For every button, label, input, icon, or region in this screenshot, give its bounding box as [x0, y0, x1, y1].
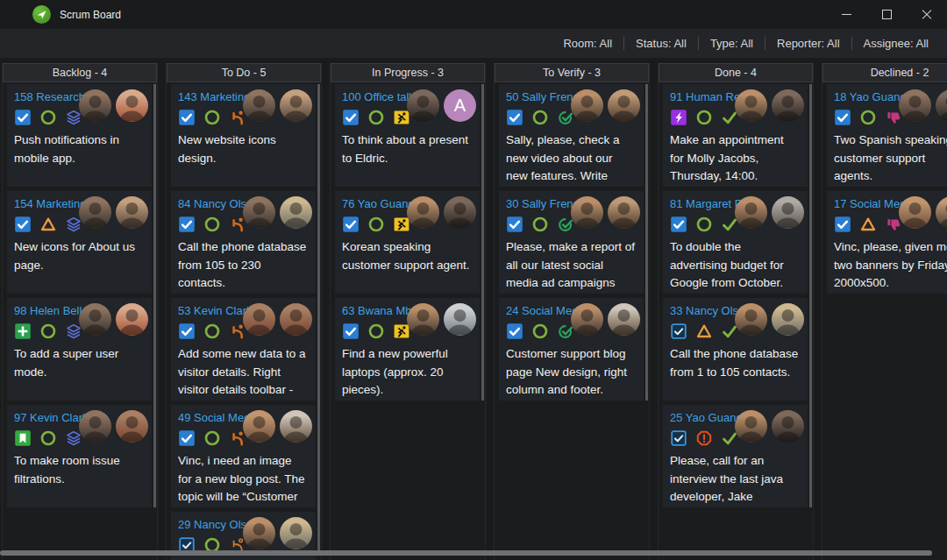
checkbox-icon — [342, 323, 360, 340]
task-card[interactable]: 154 Marketing …New icons for About us pa… — [7, 191, 152, 294]
photo-avatar — [243, 410, 275, 443]
task-card[interactable]: 76 Yao GuangKorean speaking customer sup… — [335, 191, 480, 294]
card-description: New icons for About us page. — [14, 238, 145, 274]
card-avatars — [243, 89, 312, 122]
column-backlog: Backlog - 4158 Research …Push notificati… — [2, 63, 158, 560]
circle-icon — [531, 109, 549, 126]
card-description: Push notifications in mobile app. — [14, 131, 145, 167]
column-todo: To Do - 5143 Marketing …New website icon… — [166, 63, 322, 560]
photo-avatar — [936, 89, 947, 122]
checkbox-icon — [342, 109, 360, 126]
column-scrollbar[interactable] — [645, 84, 648, 401]
task-card[interactable]: 98 Helen BellTo add a super user mode. — [7, 298, 152, 401]
column-declined: Declined - 218 Yao GuangTwo Spanish spea… — [822, 63, 947, 560]
checkbox-icon — [506, 216, 523, 233]
card-avatars — [79, 303, 148, 336]
photo-avatar — [280, 196, 312, 229]
task-card[interactable]: 33 Nancy OlsonCall the phone database fr… — [663, 298, 808, 401]
card-avatars — [243, 517, 312, 549]
task-card[interactable]: 18 Yao GuangTwo Spanish speaking custome… — [827, 84, 947, 187]
titlebar: Scrum Board — [0, 0, 947, 29]
column-scrollbar[interactable] — [153, 84, 156, 507]
card-avatars — [571, 303, 640, 336]
photo-avatar — [608, 89, 640, 122]
app-logo-icon — [32, 5, 51, 24]
card-description: Make an appointment for Molly Jacobs, Th… — [670, 131, 801, 186]
task-card[interactable]: 53 Kevin ClarkeAdd some new data to a vi… — [171, 298, 316, 401]
checkbox-icon — [670, 216, 687, 233]
task-card[interactable]: 25 Yao GuangPlease, call for an intervie… — [663, 405, 808, 507]
card-description: Add some new data to a visitor details. … — [178, 345, 309, 401]
task-card[interactable]: 81 Margaret P…To double the advertising … — [663, 191, 808, 294]
card-avatars: A — [407, 89, 476, 122]
maximize-icon — [882, 10, 892, 19]
column-header-todo: To Do - 5 — [167, 63, 321, 82]
circle-icon — [203, 429, 221, 447]
circle-icon — [367, 109, 385, 126]
lightning-square-icon — [670, 109, 687, 126]
checkbox-outline-icon — [670, 429, 687, 447]
column-header-declined: Declined - 2 — [822, 63, 947, 82]
circle-icon — [39, 109, 57, 126]
card-list-todo: 143 Marketing …New website icons design.… — [167, 82, 321, 560]
checkbox-outline-icon — [670, 323, 687, 340]
task-card[interactable]: 97 Kevin ClarkeTo make room issue filtra… — [7, 405, 152, 507]
card-avatars — [735, 89, 804, 122]
checkbox-icon — [506, 323, 523, 340]
close-icon — [922, 10, 932, 20]
minimize-button[interactable] — [826, 0, 866, 29]
card-description: New website icons design. — [178, 131, 309, 167]
photo-avatar — [735, 303, 767, 336]
photo-avatar — [899, 89, 931, 122]
card-description: Customer support blog page New design, r… — [506, 345, 637, 400]
card-description: Find a new powerful laptops (approx. 20 … — [342, 345, 473, 400]
circle-icon — [695, 216, 713, 233]
task-card[interactable]: 91 Human Res…Make an appointment for Mol… — [663, 84, 808, 187]
card-avatars — [243, 303, 312, 336]
card-description: Sally, please, check a new video about o… — [506, 131, 637, 187]
horizontal-scrollbar[interactable] — [0, 550, 932, 556]
checkbox-icon — [178, 216, 196, 233]
triangle-icon — [39, 216, 57, 233]
task-card[interactable]: 158 Research …Push notifications in mobi… — [7, 84, 152, 187]
close-button[interactable] — [907, 0, 947, 29]
photo-avatar — [243, 196, 275, 229]
column-scrollbar[interactable] — [481, 84, 484, 401]
circle-icon — [203, 109, 221, 126]
filter-status[interactable]: Status: All — [624, 37, 698, 50]
maximize-button[interactable] — [866, 0, 907, 29]
task-card[interactable]: 50 Sally FrenchSally, please, check a ne… — [499, 84, 644, 187]
minimize-icon — [842, 14, 851, 15]
photo-avatar — [936, 196, 947, 229]
task-card[interactable]: 84 Nancy OlsonCall the phone database fr… — [171, 191, 316, 294]
photo-avatar — [407, 196, 439, 229]
task-card[interactable]: 63 Bwana Mb…Find a new powerful laptops … — [335, 298, 480, 401]
card-list-done: 91 Human Res…Make an appointment for Mol… — [659, 82, 813, 507]
board: Backlog - 4158 Research …Push notificati… — [0, 58, 947, 560]
task-card[interactable]: 143 Marketing …New website icons design. — [171, 84, 316, 187]
card-avatars — [571, 89, 640, 122]
circle-icon — [695, 109, 713, 126]
card-description: To make room issue filtrations. — [14, 452, 145, 488]
circle-icon — [367, 323, 385, 340]
task-card[interactable]: 24 Social MediaCustomer support blog pag… — [499, 298, 644, 401]
filter-room[interactable]: Room: All — [552, 37, 623, 50]
card-description: Call the phone database from 1 to 105 co… — [670, 345, 801, 381]
column-header-done: Done - 4 — [659, 63, 813, 82]
circle-icon — [859, 109, 877, 126]
column-scrollbar[interactable] — [317, 84, 320, 555]
letter-avatar: A — [444, 89, 476, 122]
column-header-backlog: Backlog - 4 — [3, 63, 157, 82]
task-card[interactable]: 100 Office talksATo think about a presen… — [335, 84, 480, 187]
task-card[interactable]: 30 Sally FrenchPlease, make a report of … — [499, 191, 644, 294]
task-card[interactable]: 17 Social MediaVinc, please, given me tw… — [827, 191, 947, 294]
filter-type[interactable]: Type: All — [699, 37, 765, 50]
task-card[interactable]: 49 Social MediaVinc, i need an image for… — [171, 405, 316, 507]
column-scrollbar[interactable] — [809, 84, 812, 507]
filter-reporter[interactable]: Reporter: All — [765, 37, 851, 50]
card-description: Please, call for an interview the last j… — [670, 452, 801, 507]
card-description: Vinc, i need an image for a new blog pos… — [178, 452, 309, 507]
photo-avatar — [608, 196, 640, 229]
filter-assignee[interactable]: Assignee: All — [852, 37, 940, 50]
card-avatars — [243, 196, 312, 229]
